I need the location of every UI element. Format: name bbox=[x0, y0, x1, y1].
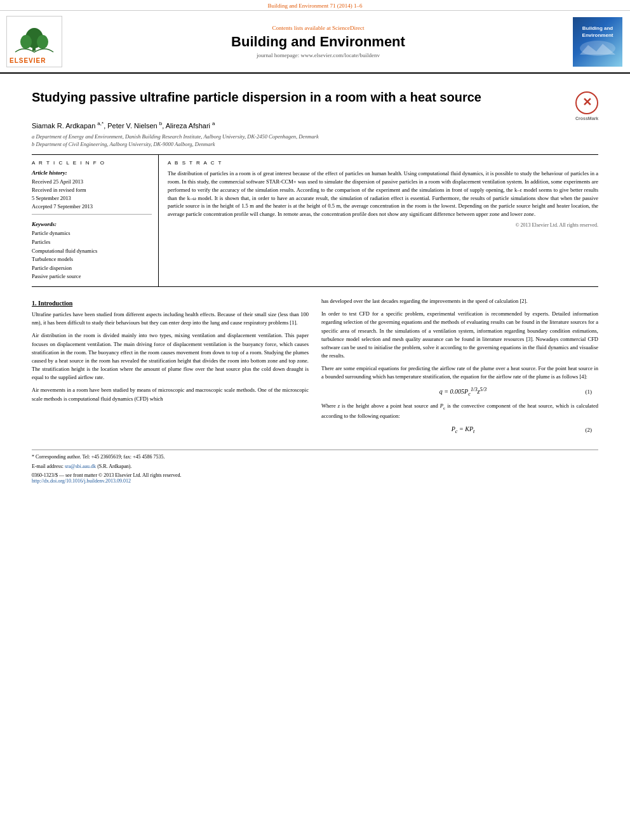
crossmark-badge: ✕ CrossMark bbox=[575, 91, 598, 114]
right-logo-text: Building and Environment bbox=[582, 25, 613, 39]
body-col-left: 1. Introduction Ultrafine particles have… bbox=[32, 297, 309, 439]
crossmark-icon: ✕ bbox=[582, 95, 592, 110]
keyword-1: Particle dynamics bbox=[32, 229, 152, 238]
sciencedirect-line: Contents lists available at ScienceDirec… bbox=[70, 25, 566, 31]
equation1-text: q = 0.005Pc1/3z5/3 bbox=[347, 387, 579, 397]
equation2-container: Pc = KPt (2) bbox=[321, 425, 598, 434]
section1-heading: 1. Introduction bbox=[32, 300, 309, 307]
abstract-text: The distribution of particles in a room … bbox=[168, 170, 598, 218]
affiliations: a Department of Energy and Environment, … bbox=[32, 133, 598, 149]
equation1-container: q = 0.005Pc1/3z5/3 (1) bbox=[321, 387, 598, 397]
svg-point-3 bbox=[37, 35, 48, 49]
elsevier-logo-svg bbox=[12, 24, 57, 53]
affiliation-a: a Department of Energy and Environment, … bbox=[32, 133, 598, 141]
body-columns: 1. Introduction Ultrafine particles have… bbox=[32, 297, 598, 439]
abstract-panel: A B S T R A C T The distribution of part… bbox=[159, 155, 598, 286]
copyright-line: © 2013 Elsevier Ltd. All rights reserved… bbox=[168, 222, 598, 228]
page-footer: * Corresponding author. Tel: +45 2360561… bbox=[32, 450, 598, 484]
main-content: Studying passive ultrafine particle disp… bbox=[0, 74, 630, 490]
right-para2: In order to test CFD for a specific prob… bbox=[321, 310, 598, 360]
journal-title: Building and Environment bbox=[70, 34, 566, 50]
article-title-row: Studying passive ultrafine particle disp… bbox=[32, 89, 598, 114]
right-para4: Where z is the height above a point heat… bbox=[321, 402, 598, 420]
elsevier-logo-area: ELSEVIER bbox=[6, 16, 64, 67]
keyword-5: Particle dispersion bbox=[32, 264, 152, 273]
journal-right-logo: Building and Environment bbox=[573, 17, 624, 67]
keyword-4: Turbulence models bbox=[32, 255, 152, 264]
keyword-2: Particles bbox=[32, 238, 152, 247]
footer-doi-line: http://dx.doi.org/10.1016/j.buildenv.201… bbox=[32, 478, 598, 484]
info-divider bbox=[32, 214, 152, 215]
footer-issn-line: 0360-1323/$ — see front matter © 2013 El… bbox=[32, 472, 598, 478]
article-title-text: Studying passive ultrafine particle disp… bbox=[32, 89, 575, 105]
author-email[interactable]: sra@sbi.aau.dk bbox=[65, 463, 96, 469]
journal-header: ELSEVIER Contents lists available at Sci… bbox=[0, 11, 630, 74]
history-label: Article history: bbox=[32, 170, 152, 176]
equation2-number: (2) bbox=[579, 427, 592, 433]
journal-center-header: Contents lists available at ScienceDirec… bbox=[64, 25, 573, 58]
keyword-6: Passive particle source bbox=[32, 272, 152, 281]
article-info-abstract: A R T I C L E I N F O Article history: R… bbox=[32, 154, 598, 287]
corresponding-author-note: * Corresponding author. Tel: +45 2360561… bbox=[32, 453, 598, 461]
right-logo-graphic bbox=[579, 39, 617, 58]
right-para1: has developed over the last decades rega… bbox=[321, 297, 598, 305]
journal-homepage: journal homepage: www.elsevier.com/locat… bbox=[70, 52, 566, 58]
keywords-label: Keywords: bbox=[32, 221, 152, 227]
elsevier-wordmark: ELSEVIER bbox=[10, 57, 59, 64]
accepted-date: Accepted 7 September 2013 bbox=[32, 203, 152, 211]
article-info-panel: A R T I C L E I N F O Article history: R… bbox=[32, 155, 159, 286]
equation1-number: (1) bbox=[579, 389, 592, 395]
journal-reference-bar: Building and Environment 71 (2014) 1–6 bbox=[0, 0, 630, 11]
email-line: E-mail address: sra@sbi.aau.dk (S.R. Ard… bbox=[32, 463, 598, 470]
keyword-3: Computational fluid dynamics bbox=[32, 247, 152, 256]
sciencedirect-link-text[interactable]: ScienceDirect bbox=[332, 25, 364, 31]
intro-para1: Ultrafine particles have been studied fr… bbox=[32, 310, 309, 327]
affiliation-b: b Department of Civil Engineering, Aalbo… bbox=[32, 141, 598, 149]
authors-line: Siamak R. Ardkapan a,*, Peter V. Nielsen… bbox=[32, 121, 598, 130]
abstract-label: A B S T R A C T bbox=[168, 160, 598, 166]
journal-ref-text: Building and Environment 71 (2014) 1–6 bbox=[267, 3, 362, 9]
received-date: Received 25 April 2013 bbox=[32, 178, 152, 186]
crossmark-label: CrossMark bbox=[575, 116, 598, 121]
revised-date: Received in revised form5 September 2013 bbox=[32, 186, 152, 203]
equation2-text: Pc = KPt bbox=[347, 425, 579, 434]
doi-link[interactable]: http://dx.doi.org/10.1016/j.buildenv.201… bbox=[32, 478, 131, 484]
body-col-right: has developed over the last decades rega… bbox=[321, 297, 598, 439]
right-para3: There are some empirical equations for p… bbox=[321, 364, 598, 381]
svg-point-2 bbox=[20, 35, 32, 49]
intro-para2: Air distribution in the room is divided … bbox=[32, 331, 309, 382]
intro-para3: Air movements in a room have been studie… bbox=[32, 386, 309, 403]
article-info-label: A R T I C L E I N F O bbox=[32, 160, 152, 166]
